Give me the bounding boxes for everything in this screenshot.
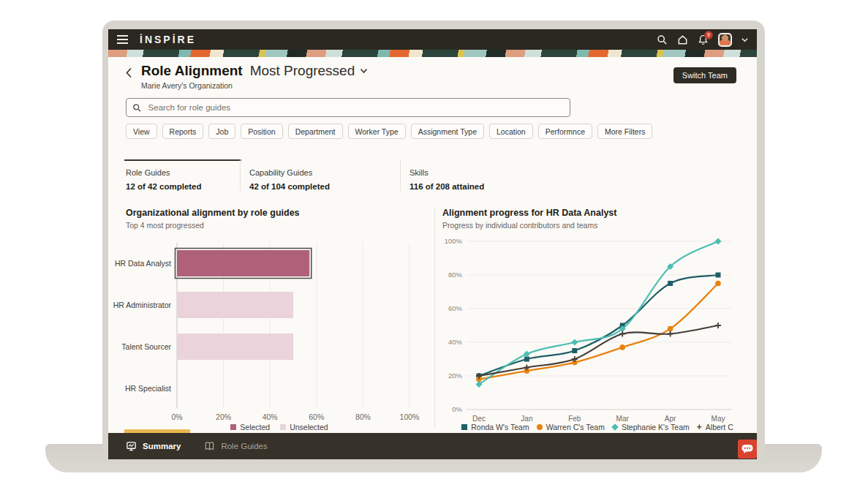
svg-text:0%: 0% — [452, 405, 462, 413]
legend-item-ronda-w-s-team: Ronda W's Team — [461, 423, 529, 431]
bar-chart-subtitle: Top 4 most progressed — [126, 221, 433, 230]
svg-text:Apr: Apr — [665, 415, 676, 423]
svg-text:20%: 20% — [216, 412, 231, 421]
legend-item-albert-c: +Albert C — [697, 423, 733, 431]
svg-text:0%: 0% — [171, 412, 182, 421]
svg-text:100%: 100% — [445, 237, 463, 245]
search-input[interactable] — [147, 102, 564, 113]
tab-role-guides[interactable]: Role Guides12 of 42 completed — [126, 159, 240, 191]
filter-chip-assignment-type[interactable]: Assignment Type — [411, 124, 484, 139]
laptop-mockup: İNSPİRE 9 — [0, 0, 868, 490]
svg-text:Talent Sourcer: Talent Sourcer — [121, 342, 171, 351]
svg-text:May: May — [712, 415, 725, 423]
bar-chart-title: Organizational alignment by role guides — [126, 208, 433, 218]
svg-text:HR Administrator: HR Administrator — [113, 301, 172, 309]
svg-text:Feb: Feb — [568, 415, 581, 423]
filter-chip-view[interactable]: View — [126, 124, 157, 139]
app-top-bar: İNSPİRE 9 — [108, 29, 757, 50]
svg-text:80%: 80% — [355, 412, 371, 421]
bottom-nav-summary[interactable]: Summary — [126, 441, 181, 451]
switch-team-button[interactable]: Switch Team — [673, 67, 736, 83]
markers-stephanie-k-s-team — [476, 238, 722, 388]
svg-text:40%: 40% — [263, 412, 278, 421]
filter-chip-reports[interactable]: Reports — [162, 124, 204, 139]
bar-talent-sourcer[interactable] — [177, 333, 293, 360]
filter-chip-job[interactable]: Job — [208, 124, 235, 139]
line-gridlines — [467, 241, 731, 410]
line-chart-legend: Ronda W's TeamWarren C's TeamStephanie K… — [442, 423, 752, 431]
line-warren-c-s-team[interactable] — [479, 284, 718, 380]
organization-subtitle: Marie Avery's Organization — [141, 81, 368, 90]
active-nav-indicator — [124, 429, 190, 433]
tab-value: 116 of 208 attained — [410, 182, 561, 191]
role-guides-icon — [204, 441, 215, 451]
decorative-banner — [108, 50, 757, 57]
svg-text:HR Data Analyst: HR Data Analyst — [115, 259, 171, 268]
svg-text:20%: 20% — [448, 372, 463, 380]
bottom-nav-label: Role Guides — [221, 442, 267, 451]
legend-item-stephanie-k-s-team: Stephanie K's Team — [612, 423, 690, 431]
tab-value: 12 of 42 completed — [126, 182, 240, 191]
notifications-bell-icon[interactable]: 9 — [698, 34, 709, 45]
svg-text:60%: 60% — [309, 412, 324, 421]
filter-chip-more-filters[interactable]: More Filters — [597, 124, 652, 139]
legend-item-warren-c-s-team: Warren C's Team — [537, 423, 605, 431]
view-selector-dropdown[interactable]: Most Progressed — [250, 63, 369, 79]
line-albert-c[interactable] — [479, 325, 718, 376]
chevron-down-icon — [360, 68, 368, 74]
menu-icon[interactable] — [117, 35, 128, 44]
filter-chips: ViewReportsJobPositionDepartmentWorker T… — [126, 124, 652, 139]
page-title: Role Alignment — [141, 63, 243, 79]
filter-chip-department[interactable]: Department — [288, 124, 343, 139]
panel-divider — [434, 207, 435, 428]
chat-bubble-icon — [741, 443, 754, 455]
tab-capability-guides[interactable]: Capability Guides42 of 104 completed — [240, 159, 400, 191]
svg-text:Mar: Mar — [616, 415, 630, 423]
svg-text:100%: 100% — [400, 412, 420, 421]
svg-text:40%: 40% — [448, 338, 463, 346]
svg-text:HR Specialist: HR Specialist — [125, 384, 171, 393]
notification-badge: 9 — [704, 31, 713, 39]
line-chart: 0%20%40%60%80%100%DecJanFebMarAprMay — [442, 235, 752, 420]
bottom-nav-role-guides[interactable]: Role Guides — [204, 441, 267, 451]
tab-value: 42 of 104 completed — [249, 182, 400, 191]
summary-icon — [126, 441, 137, 451]
chat-button[interactable] — [738, 440, 757, 459]
tab-skills[interactable]: Skills116 of 208 attained — [400, 159, 561, 191]
search-input-icon — [132, 103, 142, 113]
profile-chevron-down-icon[interactable] — [741, 37, 748, 42]
bar-hr-data-analyst[interactable] — [177, 250, 309, 276]
filter-chip-location[interactable]: Location — [489, 124, 533, 139]
app-screen: İNSPİRE 9 — [108, 29, 757, 459]
svg-text:60%: 60% — [448, 304, 463, 312]
user-avatar[interactable] — [718, 33, 732, 47]
stat-tabs: Role Guides12 of 42 completedCapability … — [126, 159, 736, 191]
bar-chart: 0%20%40%60%80%100%HR Data AnalystHR Admi… — [126, 235, 433, 420]
home-icon[interactable] — [677, 34, 688, 45]
svg-text:Jan: Jan — [521, 415, 532, 423]
svg-text:Dec: Dec — [472, 415, 486, 423]
bar-hr-administrator[interactable] — [177, 292, 293, 318]
legend-item-selected: Selected — [230, 423, 270, 431]
bottom-nav-bar: SummaryRole Guides — [108, 433, 757, 459]
search-box[interactable] — [126, 98, 570, 117]
filter-chip-position[interactable]: Position — [241, 124, 282, 139]
app-logo: İNSPİRE — [140, 34, 196, 45]
bottom-nav-label: Summary — [143, 442, 181, 451]
tab-label: Capability Guides — [249, 168, 400, 177]
svg-text:80%: 80% — [448, 271, 463, 279]
filter-chip-worker-type[interactable]: Worker Type — [348, 124, 406, 139]
tab-label: Skills — [410, 168, 561, 177]
line-chart-title: Alignment progress for HR Data Analyst — [442, 208, 750, 218]
legend-item-unselected: Unselected — [280, 423, 328, 431]
filter-chip-performnce[interactable]: Performnce — [538, 124, 592, 139]
search-icon[interactable] — [657, 34, 668, 45]
back-button[interactable] — [126, 67, 132, 78]
tab-label: Role Guides — [126, 168, 240, 177]
line-chart-subtitle: Progress by individual contributors and … — [442, 221, 750, 230]
